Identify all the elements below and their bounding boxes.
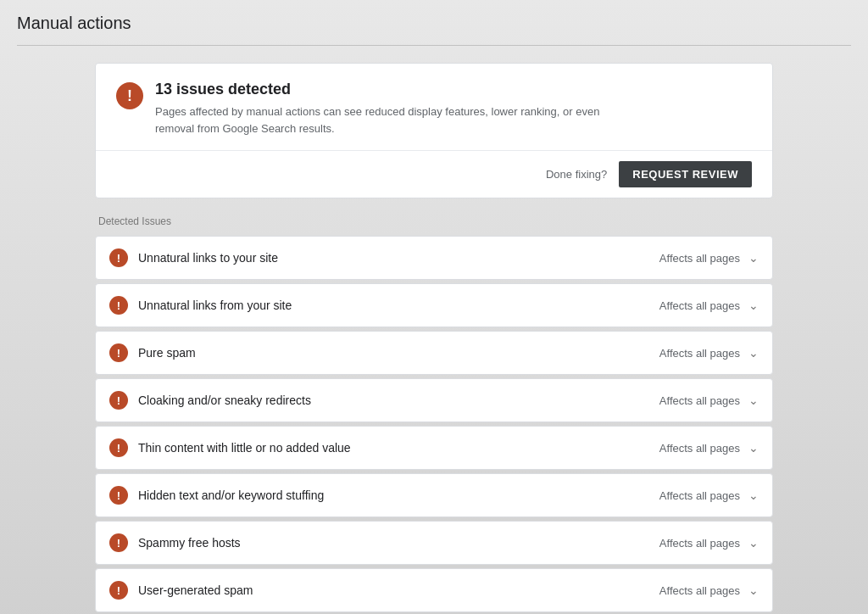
issue-name: User-generated spam <box>138 583 253 597</box>
issue-warning-icon: ! <box>109 581 128 600</box>
issue-item[interactable]: ! Pure spam Affects all pages ⌄ <box>95 331 773 375</box>
issue-right: Affects all pages ⌄ <box>659 251 759 265</box>
issue-name: Spammy free hosts <box>138 536 241 550</box>
issue-left: ! Pure spam <box>109 343 196 362</box>
issue-warning-icon: ! <box>109 486 128 505</box>
chevron-down-icon: ⌄ <box>748 536 759 550</box>
issue-name: Thin content with little or no added val… <box>138 441 351 455</box>
issue-item[interactable]: ! Spammy free hosts Affects all pages ⌄ <box>95 521 773 565</box>
issue-item[interactable]: ! Unnatural links from your site Affects… <box>95 283 773 327</box>
header-divider <box>17 45 851 46</box>
chevron-down-icon: ⌄ <box>748 394 759 407</box>
issue-right: Affects all pages ⌄ <box>659 299 759 312</box>
issue-name: Cloaking and/or sneaky redirects <box>138 394 311 407</box>
chevron-down-icon: ⌄ <box>748 251 759 265</box>
issue-warning-icon: ! <box>109 248 128 267</box>
issue-warning-icon: ! <box>109 391 128 410</box>
issue-right: Affects all pages ⌄ <box>659 583 759 597</box>
issues-count-heading: 13 issues detected <box>155 81 630 98</box>
issue-left: ! Thin content with little or no added v… <box>109 438 351 457</box>
affects-label: Affects all pages <box>659 489 740 502</box>
issue-item[interactable]: ! User-generated spam Affects all pages … <box>95 568 773 612</box>
chevron-down-icon: ⌄ <box>748 488 759 502</box>
main-content: ! 13 issues detected Pages affected by m… <box>95 63 773 612</box>
alert-text: 13 issues detected Pages affected by man… <box>155 81 630 137</box>
alert-top: ! 13 issues detected Pages affected by m… <box>96 64 772 150</box>
issues-list: ! Unnatural links to your site Affects a… <box>95 236 773 612</box>
issue-left: ! Cloaking and/or sneaky redirects <box>109 391 311 410</box>
chevron-down-icon: ⌄ <box>748 583 759 597</box>
issue-warning-icon: ! <box>109 533 128 552</box>
issue-item[interactable]: ! Unnatural links to your site Affects a… <box>95 236 773 280</box>
issue-left: ! Unnatural links to your site <box>109 248 278 267</box>
alert-description: Pages affected by manual actions can see… <box>155 103 630 137</box>
issue-warning-icon: ! <box>109 296 128 315</box>
issue-item[interactable]: ! Thin content with little or no added v… <box>95 426 773 470</box>
chevron-down-icon: ⌄ <box>748 346 759 360</box>
issue-left: ! User-generated spam <box>109 581 253 600</box>
issue-warning-icon: ! <box>109 438 128 457</box>
alert-warning-icon: ! <box>116 82 143 109</box>
issue-warning-icon: ! <box>109 343 128 362</box>
chevron-down-icon: ⌄ <box>748 441 759 455</box>
request-review-button[interactable]: REQUEST REVIEW <box>619 161 752 187</box>
affects-label: Affects all pages <box>659 394 740 407</box>
issue-left: ! Hidden text and/or keyword stuffing <box>109 486 324 505</box>
issue-left: ! Unnatural links from your site <box>109 296 292 315</box>
affects-label: Affects all pages <box>659 299 740 312</box>
page-container: Manual actions ! 13 issues detected Page… <box>0 0 868 614</box>
issue-name: Unnatural links from your site <box>138 299 292 312</box>
issue-right: Affects all pages ⌄ <box>659 536 759 550</box>
alert-footer: Done fixing? REQUEST REVIEW <box>96 150 772 198</box>
affects-label: Affects all pages <box>659 252 740 265</box>
affects-label: Affects all pages <box>659 584 740 597</box>
issue-name: Pure spam <box>138 346 196 360</box>
issue-item[interactable]: ! Cloaking and/or sneaky redirects Affec… <box>95 378 773 422</box>
issue-name: Hidden text and/or keyword stuffing <box>138 488 324 502</box>
issue-item[interactable]: ! Hidden text and/or keyword stuffing Af… <box>95 473 773 517</box>
affects-label: Affects all pages <box>659 442 740 455</box>
issue-right: Affects all pages ⌄ <box>659 441 759 455</box>
done-fixing-label: Done fixing? <box>546 168 607 181</box>
detected-issues-label: Detected Issues <box>95 215 773 227</box>
affects-label: Affects all pages <box>659 347 740 360</box>
page-title: Manual actions <box>17 14 851 33</box>
issue-left: ! Spammy free hosts <box>109 533 241 552</box>
issue-right: Affects all pages ⌄ <box>659 346 759 360</box>
chevron-down-icon: ⌄ <box>748 299 759 312</box>
issue-right: Affects all pages ⌄ <box>659 488 759 502</box>
issue-right: Affects all pages ⌄ <box>659 394 759 407</box>
alert-card: ! 13 issues detected Pages affected by m… <box>95 63 773 198</box>
affects-label: Affects all pages <box>659 537 740 550</box>
issue-name: Unnatural links to your site <box>138 251 278 265</box>
